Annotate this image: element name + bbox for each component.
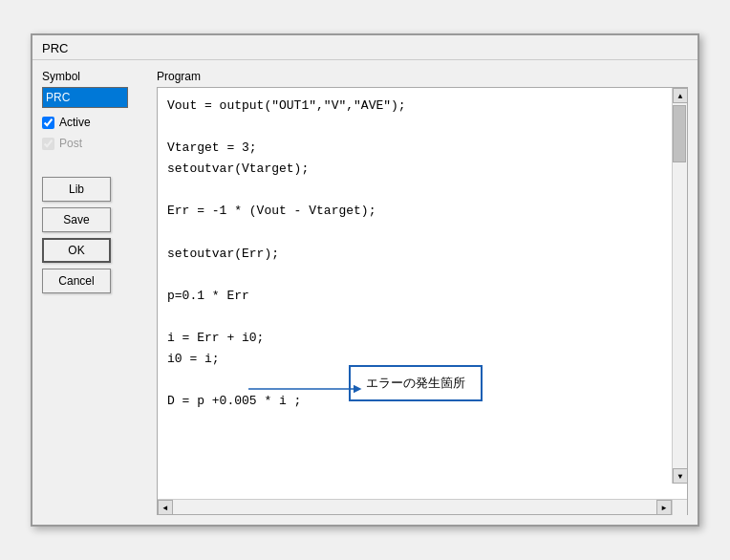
left-panel: Symbol Active Post Lib Save OK Cancel: [42, 70, 147, 515]
code-area[interactable]: Vout = output("OUT1","V","AVE"); Vtarget…: [158, 88, 687, 499]
right-panel: Program Vout = output("OUT1","V","AVE");…: [157, 70, 688, 515]
code-area-wrapper: Vout = output("OUT1","V","AVE"); Vtarget…: [157, 87, 688, 515]
active-checkbox-row[interactable]: Active: [42, 116, 147, 129]
window-title: PRC: [42, 41, 68, 55]
active-checkbox[interactable]: [42, 117, 54, 129]
symbol-section: Symbol: [42, 70, 147, 108]
save-button[interactable]: Save: [42, 207, 111, 232]
scrollbar-x-track[interactable]: [173, 500, 656, 514]
scroll-right-button[interactable]: ►: [656, 500, 672, 515]
error-arrow: [248, 379, 363, 398]
ok-button[interactable]: OK: [42, 238, 111, 263]
symbol-input[interactable]: [42, 87, 128, 108]
post-checkbox: [42, 138, 54, 150]
title-bar: PRC: [32, 35, 698, 60]
error-callout: エラーの発生箇所: [349, 365, 483, 401]
buttons-section: Lib Save OK Cancel: [42, 177, 147, 293]
scrollbar-x[interactable]: ◄ ►: [158, 500, 672, 514]
post-checkbox-row: Post: [42, 137, 147, 150]
dialog-window: PRC Symbol Active Post Lib Save OK Cance…: [31, 33, 699, 527]
post-label: Post: [59, 137, 82, 150]
dialog-content: Symbol Active Post Lib Save OK Cancel Pr…: [32, 60, 698, 525]
scrollbar-x-row: ◄ ►: [158, 499, 687, 514]
active-label: Active: [59, 116, 91, 129]
scroll-down-button[interactable]: ▼: [673, 468, 688, 484]
cancel-button[interactable]: Cancel: [42, 269, 111, 293]
scroll-left-button[interactable]: ◄: [158, 500, 173, 515]
scrollbar-y-thumb[interactable]: [673, 105, 686, 162]
lib-button[interactable]: Lib: [42, 177, 111, 202]
scrollbar-y-track[interactable]: [673, 103, 687, 468]
program-label: Program: [157, 70, 688, 83]
symbol-label: Symbol: [42, 70, 147, 83]
scrollbar-y[interactable]: ▲ ▼: [672, 88, 687, 484]
scroll-up-button[interactable]: ▲: [673, 88, 688, 103]
